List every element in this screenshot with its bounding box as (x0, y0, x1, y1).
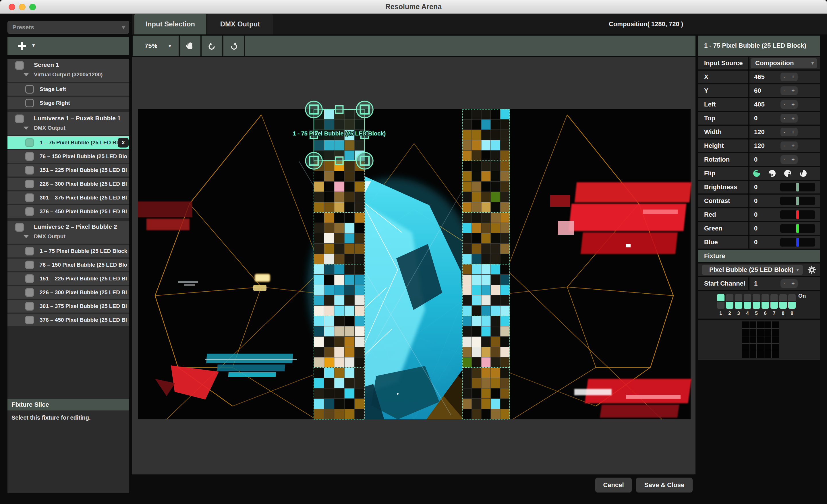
value-field[interactable]: 0 (754, 112, 758, 124)
add-slice-button[interactable]: ▾ (7, 37, 129, 55)
fixture-selection-overlay[interactable]: 1 - 75 Pixel Bubble (25 LED Block) (293, 101, 386, 169)
dip-switch[interactable]: 5 (752, 294, 760, 309)
value-field[interactable]: 120 (754, 126, 765, 138)
tree-group[interactable]: Screen 1Virtual Output (3200x1200) (7, 59, 129, 82)
collapse-arrow-icon[interactable] (23, 73, 29, 77)
value-stepper[interactable]: -+ (780, 114, 798, 122)
slice-checkbox[interactable] (25, 85, 34, 94)
collapse-arrow-icon[interactable] (23, 127, 29, 130)
tree-slice[interactable]: Stage Left (7, 83, 129, 96)
composition-viewport[interactable]: 1 - 75 Pixel Bubble (25 LED Block) (132, 57, 695, 474)
tree-slice[interactable]: 1 – 75 Pixel Bubble (25 LED Block) (7, 245, 129, 257)
remove-slice-button[interactable]: x (118, 138, 129, 148)
tree-slice[interactable]: Stage Right (7, 97, 129, 109)
slice-checkbox[interactable] (25, 247, 34, 255)
dip-switch[interactable]: 2 (726, 294, 733, 309)
value-field[interactable]: 60 (754, 84, 761, 97)
input-source-dropdown[interactable]: Composition▾ (750, 58, 817, 68)
gear-icon[interactable] (807, 265, 817, 275)
value-field[interactable]: 0 (754, 208, 758, 221)
value-slider[interactable] (780, 238, 815, 247)
tree-slice[interactable]: 76 – 150 Pixel Bubble (25 LED Block) (7, 150, 129, 163)
slice-checkbox[interactable] (25, 99, 34, 107)
group-checkbox[interactable] (15, 114, 24, 123)
value-stepper[interactable]: -+ (780, 142, 798, 150)
slice-checkbox[interactable] (25, 316, 34, 324)
corner-handle[interactable] (305, 152, 322, 169)
pan-tool-button[interactable] (180, 36, 200, 56)
flip-icon[interactable] (799, 169, 808, 178)
save-close-button[interactable]: Save & Close (636, 477, 693, 493)
value-field[interactable]: 0 (754, 153, 758, 166)
slice-checkbox[interactable] (25, 194, 34, 202)
value-field[interactable]: 405 (754, 98, 765, 111)
start-channel-value[interactable]: 1 (754, 277, 758, 290)
value-field[interactable]: 120 (754, 140, 765, 152)
dip-switch[interactable]: 9 (788, 294, 796, 309)
slice-checkbox[interactable] (25, 166, 34, 174)
edge-handle[interactable] (336, 106, 343, 113)
dip-switch[interactable]: 3 (735, 294, 742, 309)
flip-icon[interactable] (768, 169, 776, 178)
slice-checkbox[interactable] (25, 152, 34, 161)
slice-checkbox[interactable] (25, 274, 34, 283)
edge-handle[interactable] (336, 157, 343, 164)
value-slider[interactable] (780, 224, 815, 233)
tree-group[interactable]: Lumiverse 1 – Puxek Bubble 1DMX Output (7, 112, 129, 135)
value-field[interactable]: 0 (754, 181, 758, 194)
tree-slice[interactable]: 301 – 375 Pixel Bubble (25 LED Block) (7, 192, 129, 204)
redo-button[interactable] (224, 36, 244, 56)
value-slider[interactable] (780, 210, 815, 219)
value-slider[interactable] (780, 183, 815, 192)
dip-switch[interactable]: 1 (717, 294, 725, 309)
tree-slice[interactable]: 226 – 300 Pixel Bubble (25 LED Block) (7, 178, 129, 190)
collapse-arrow-icon[interactable] (23, 235, 29, 238)
corner-handle[interactable] (305, 101, 322, 118)
zoom-level-dropdown[interactable]: 75% ▾ (133, 36, 179, 56)
dip-switch[interactable]: 7 (770, 294, 778, 309)
slice-checkbox[interactable] (25, 302, 34, 310)
fixture-section-header: Fixture (698, 250, 820, 262)
corner-handle[interactable] (356, 152, 373, 169)
slice-checkbox[interactable] (25, 138, 34, 147)
group-checkbox[interactable] (15, 223, 24, 232)
slice-checkbox[interactable] (25, 207, 34, 216)
dip-switch[interactable]: 6 (762, 294, 769, 309)
value-field[interactable]: 0 (754, 195, 758, 207)
slice-checkbox[interactable] (25, 180, 34, 188)
value-stepper[interactable]: -+ (780, 155, 798, 164)
tab-input-selection[interactable]: Input Selection (134, 14, 206, 35)
value-stepper[interactable]: -+ (780, 72, 798, 81)
tree-slice[interactable]: 76 – 150 Pixel Bubble (25 LED Block) (7, 259, 129, 271)
fixture-dropdown[interactable]: Pixel Bubble (25 LED Block) ▾ (702, 265, 803, 275)
dip-switch[interactable]: 8 (779, 294, 787, 309)
value-stepper[interactable]: -+ (780, 128, 798, 136)
tree-slice[interactable]: 376 – 450 Pixel Bubble (25 LED Block) (7, 205, 129, 218)
tree-slice[interactable]: 376 – 450 Pixel Bubble (25 LED Block) (7, 314, 129, 326)
cancel-button[interactable]: Cancel (595, 477, 632, 493)
tree-slice[interactable]: 1 – 75 Pixel Bubble (25 LED Block)x (7, 136, 129, 149)
corner-handle[interactable] (356, 101, 373, 118)
tab-dmx-output[interactable]: DMX Output (207, 14, 273, 35)
undo-button[interactable] (202, 36, 222, 56)
slice-checkbox[interactable] (25, 288, 34, 297)
flip-icon[interactable] (783, 169, 792, 178)
start-channel-stepper[interactable]: -+ (780, 279, 798, 288)
tree-slice[interactable]: 151 – 225 Pixel Bubble (25 LED Block) (7, 272, 129, 285)
value-field[interactable]: 0 (754, 222, 758, 235)
tree-slice[interactable]: 151 – 225 Pixel Bubble (25 LED Block) (7, 164, 129, 177)
value-field[interactable]: 465 (754, 70, 765, 83)
value-stepper[interactable]: -+ (780, 100, 798, 109)
value-slider[interactable] (780, 197, 815, 205)
value-field[interactable]: 0 (754, 236, 758, 249)
tree-slice[interactable]: 301 – 375 Pixel Bubble (25 LED Block) (7, 300, 129, 312)
flip-icon[interactable] (752, 169, 761, 178)
presets-dropdown[interactable]: Presets ▾ (7, 21, 129, 34)
slice-checkbox[interactable] (25, 261, 34, 269)
dip-switch[interactable]: 4 (744, 294, 751, 309)
tree-slice[interactable]: 226 – 300 Pixel Bubble (25 LED Block) (7, 286, 129, 299)
value-stepper[interactable]: -+ (780, 86, 798, 95)
tree-group[interactable]: Lumiverse 2 – Pixel Bubble 2DMX Output (7, 221, 129, 244)
group-checkbox[interactable] (15, 61, 24, 70)
chevron-down-icon: ▾ (796, 265, 799, 275)
